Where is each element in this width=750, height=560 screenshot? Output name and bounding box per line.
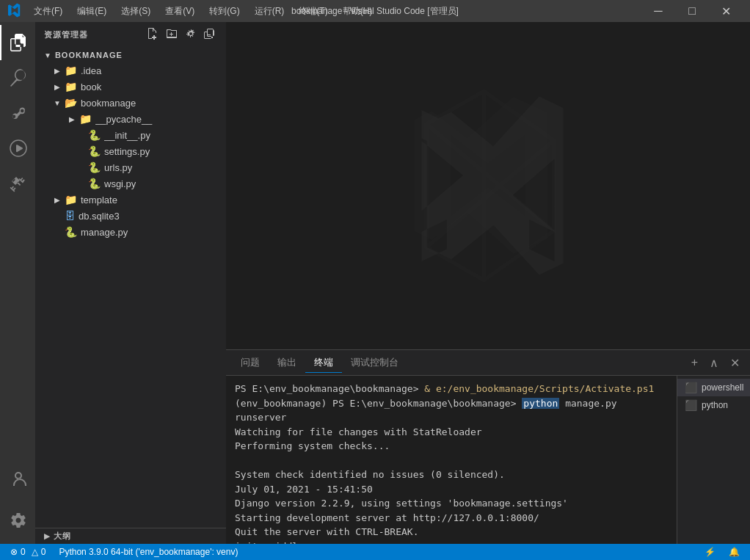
terminal-instance-powershell-label: powershell bbox=[702, 382, 743, 393]
file-name-bookmanage-folder: bookmanage bbox=[81, 98, 226, 109]
outline-label: 大纲 bbox=[54, 531, 71, 542]
sidebar-outline[interactable]: ▶ 大纲 bbox=[35, 528, 226, 544]
chevron-right-icon: ▶ bbox=[44, 532, 51, 540]
sidebar-action-buttons bbox=[145, 26, 217, 44]
file-name-init-py: __init__.py bbox=[104, 130, 226, 141]
menu-file[interactable]: 文件(F) bbox=[28, 4, 68, 19]
tree-item-idea[interactable]: ▶ 📁 .idea bbox=[35, 62, 226, 79]
tab-terminal[interactable]: 终端 bbox=[305, 353, 342, 373]
tree-item-init-py[interactable]: ▶ 🐍 __init__.py bbox=[35, 127, 226, 143]
file-name-wsgi-py: wsgi.py bbox=[104, 178, 226, 189]
collapse-all-button[interactable] bbox=[203, 26, 217, 44]
chevron-down-icon: ▼ bbox=[44, 51, 52, 59]
tree-item-bookmanage-folder[interactable]: ▼ 📂 bookmanage bbox=[35, 95, 226, 111]
menu-edit[interactable]: 编辑(E) bbox=[71, 4, 112, 19]
terminal-line-1: PS E:\env_bookmanage\bookmanage> & e:/en… bbox=[235, 382, 668, 396]
folder-icon: 📁 bbox=[65, 194, 77, 206]
folder-icon: 📁 bbox=[65, 81, 77, 92]
status-bell[interactable]: 🔔 bbox=[726, 547, 743, 557]
terminal-line-3: Watching for file changes with StatReloa… bbox=[235, 425, 668, 440]
terminal-line-8: Starting development server at http://12… bbox=[235, 511, 668, 526]
title-bar: 文件(F) 编辑(E) 选择(S) 查看(V) 转到(G) 运行(R) 终端(T… bbox=[0, 0, 750, 22]
chevron-right-icon: ▶ bbox=[68, 115, 76, 123]
tree-item-template[interactable]: ▶ 📁 template bbox=[35, 192, 226, 208]
tree-item-settings-py[interactable]: ▶ 🐍 settings.py bbox=[35, 143, 226, 159]
activity-search[interactable] bbox=[0, 60, 35, 95]
db-file-icon: 🗄 bbox=[65, 210, 75, 222]
tree-item-pycache[interactable]: ▶ 📁 __pycache__ bbox=[35, 111, 226, 127]
tree-item-book[interactable]: ▶ 📁 book bbox=[35, 79, 226, 95]
app-logo bbox=[7, 3, 22, 20]
tab-output[interactable]: 输出 bbox=[269, 353, 305, 373]
activity-extensions[interactable] bbox=[0, 166, 35, 201]
tab-debug-console[interactable]: 调试控制台 bbox=[342, 353, 407, 373]
error-count: 0 bbox=[21, 547, 26, 557]
menu-run[interactable]: 运行(R) bbox=[249, 4, 291, 19]
terminal-controls: + ∧ ✕ bbox=[687, 354, 744, 371]
python-file-icon: 🐍 bbox=[88, 178, 101, 189]
terminal-instance-powershell[interactable]: ⬛ powershell bbox=[677, 379, 750, 396]
window-controls: ─ □ ✕ bbox=[641, 0, 743, 22]
terminal-line-2: (env_bookmanage) PS E:\env_bookmanage\bo… bbox=[235, 396, 668, 425]
sidebar-title: 资源管理器 bbox=[44, 29, 88, 40]
menu-goto[interactable]: 转到(G) bbox=[203, 4, 245, 19]
python-icon: ⬛ bbox=[685, 399, 697, 411]
terminal-instance-python[interactable]: ⬛ python bbox=[677, 396, 750, 414]
minimize-button[interactable]: ─ bbox=[641, 0, 675, 22]
python-file-icon: 🐍 bbox=[88, 145, 101, 157]
warning-icon: △ bbox=[32, 547, 38, 557]
status-errors[interactable]: ⊗ 0 △ 0 bbox=[7, 547, 48, 557]
terminal-instance-list: ⬛ powershell ⬛ python bbox=[677, 376, 750, 544]
maximize-button[interactable]: □ bbox=[675, 0, 709, 22]
tree-item-urls-py[interactable]: ▶ 🐍 urls.py bbox=[35, 159, 226, 175]
terminal-body: PS E:\env_bookmanage\bookmanage> & e:/en… bbox=[226, 376, 750, 544]
terminal-line-blank bbox=[235, 454, 668, 468]
terminal-close-button[interactable]: ✕ bbox=[726, 354, 744, 371]
status-left: ⊗ 0 △ 0 Python 3.9.0 64-bit ('env_bookma… bbox=[7, 547, 241, 557]
file-name-urls-py: urls.py bbox=[104, 162, 226, 173]
terminal-line-6: July 01, 2021 - 15:41:50 bbox=[235, 482, 668, 497]
menu-select[interactable]: 选择(S) bbox=[115, 4, 156, 19]
tree-item-wsgi-py[interactable]: ▶ 🐍 wsgi.py bbox=[35, 175, 226, 192]
error-icon: ⊗ bbox=[10, 547, 18, 557]
file-name-idea: .idea bbox=[81, 65, 226, 76]
tree-root-bookmanage[interactable]: ▼ BOOKMANAGE bbox=[35, 48, 226, 62]
terminal-line-5: System check identified no issues (0 sil… bbox=[235, 468, 668, 482]
file-name-book: book bbox=[81, 81, 226, 92]
status-python-env[interactable]: Python 3.9.0 64-bit ('env_bookmanage': v… bbox=[56, 547, 241, 557]
terminal-add-button[interactable]: + bbox=[687, 354, 702, 371]
sidebar: 资源管理器 bbox=[35, 22, 226, 544]
activity-bar bbox=[0, 22, 35, 544]
terminal-output[interactable]: PS E:\env_bookmanage\bookmanage> & e:/en… bbox=[226, 376, 677, 544]
chevron-right-icon: ▶ bbox=[53, 83, 62, 91]
activity-account[interactable] bbox=[0, 462, 35, 497]
activity-source-control[interactable] bbox=[0, 95, 35, 131]
status-sync[interactable]: ⚡ bbox=[702, 547, 718, 557]
tree-item-manage-py[interactable]: ▶ 🐍 manage.py bbox=[35, 224, 226, 240]
menu-view[interactable]: 查看(V) bbox=[159, 4, 200, 19]
activity-settings[interactable] bbox=[0, 503, 35, 538]
editor-content bbox=[226, 22, 750, 349]
refresh-button[interactable] bbox=[183, 26, 198, 44]
file-name-settings-py: settings.py bbox=[104, 146, 226, 157]
sidebar-header: 资源管理器 bbox=[35, 22, 226, 48]
file-name-manage-py: manage.py bbox=[81, 227, 226, 238]
terminal-line-9: Quit the server with CTRL-BREAK. bbox=[235, 525, 668, 539]
file-name-template: template bbox=[81, 194, 226, 206]
terminal-collapse-button[interactable]: ∧ bbox=[705, 354, 723, 371]
django-file-icon: 🐍 bbox=[65, 226, 77, 238]
python-file-icon: 🐍 bbox=[88, 161, 101, 173]
chevron-right-icon: ▶ bbox=[53, 196, 62, 204]
tab-problems[interactable]: 问题 bbox=[232, 353, 269, 373]
main-area: 资源管理器 bbox=[0, 22, 750, 544]
tree-item-db-sqlite3[interactable]: ▶ 🗄 db.sqlite3 bbox=[35, 208, 226, 224]
activity-explorer[interactable] bbox=[0, 25, 35, 60]
new-file-button[interactable] bbox=[145, 26, 160, 44]
terminal-line-7: Django version 2.2.9, using settings 'bo… bbox=[235, 496, 668, 511]
python-file-icon: 🐍 bbox=[88, 129, 101, 141]
new-folder-button[interactable] bbox=[164, 26, 179, 44]
activity-run[interactable] bbox=[0, 131, 35, 166]
close-button[interactable]: ✕ bbox=[709, 0, 743, 22]
terminal-panel: 问题 输出 终端 调试控制台 + ∧ ✕ PS E:\env_bookmanag… bbox=[226, 349, 750, 544]
powershell-icon: ⬛ bbox=[685, 382, 697, 393]
